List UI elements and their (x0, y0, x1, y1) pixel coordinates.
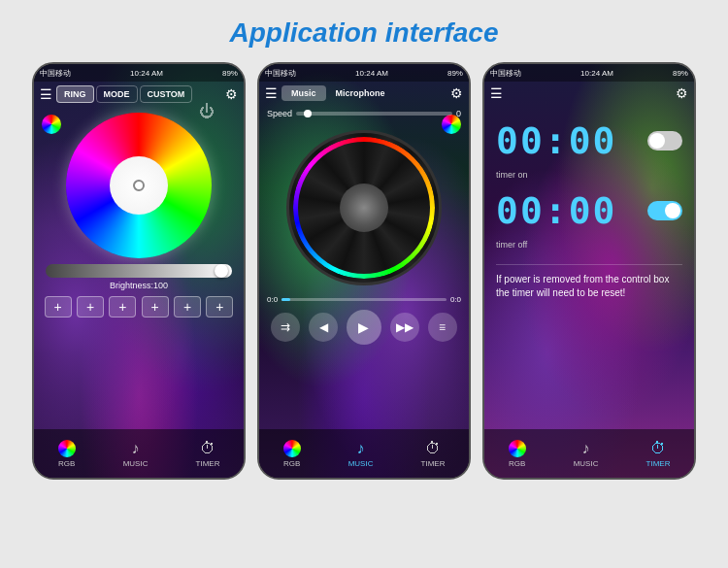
timer-label-2: TIMER (421, 459, 446, 468)
music-tabs: Music Microphone (281, 85, 447, 101)
battery-1: 89% (222, 69, 238, 78)
carrier-3: 中国移动 (490, 68, 521, 79)
color-btn-2[interactable]: + (77, 296, 104, 317)
battery-2: 89% (447, 69, 463, 78)
hamburger-icon-2[interactable]: ☰ (265, 85, 278, 101)
nav-bar-2: ☰ Music Microphone ⚙ (259, 82, 469, 105)
bottom-nav-rgb-3[interactable]: RGB (509, 440, 526, 468)
bottom-nav-music-1[interactable]: ♪ MUSIC (123, 440, 149, 468)
rgb-icon-2 (283, 440, 301, 457)
bottom-nav-rgb-2[interactable]: RGB (283, 440, 301, 468)
tab-custom[interactable]: CUSTOM (140, 85, 193, 103)
tab-ring[interactable]: RING (56, 85, 94, 103)
timer-on-value: 00:00 (496, 119, 616, 162)
bottom-nav-2: RGB ♪ MUSIC ⏱ TIMER (259, 429, 469, 478)
brightness-label: Brightness:100 (46, 281, 232, 290)
bottom-nav-music-3[interactable]: ♪ MUSIC (574, 440, 599, 468)
music-controls: ⇉ ◀ ▶ ▶▶ ≡ (259, 306, 469, 349)
color-btn-1[interactable]: + (45, 296, 72, 317)
music-icon-1: ♪ (132, 440, 140, 457)
gear-icon-3[interactable]: ⚙ (676, 85, 688, 101)
hamburger-icon-3[interactable]: ☰ (490, 85, 503, 101)
bottom-nav-timer-2[interactable]: ⏱ TIMER (421, 440, 446, 468)
time-3: 10:24 AM (580, 69, 613, 78)
status-bar-3: 中国移动 10:24 AM 89% (484, 64, 694, 82)
tab-microphone[interactable]: Microphone (326, 85, 395, 101)
bottom-nav-1: RGB ♪ MUSIC ⏱ TIMER (34, 429, 244, 478)
vinyl-record (286, 130, 442, 285)
timer-display: 00:00 timer on 00:00 timer off (484, 105, 694, 264)
shuffle-button[interactable]: ⇉ (271, 313, 300, 342)
rgb-label-1: RGB (58, 459, 75, 468)
brightness-section: Brightness:100 (34, 262, 244, 292)
carrier-1: 中国移动 (40, 68, 71, 79)
vinyl-rainbow (293, 137, 435, 279)
rgb-icon-1 (58, 440, 76, 457)
bottom-nav-timer-1[interactable]: ⏱ TIMER (196, 440, 220, 468)
color-btn-3[interactable]: + (109, 296, 136, 317)
timer-off-value: 00:00 (496, 189, 616, 232)
gear-icon-1[interactable]: ⚙ (225, 86, 238, 102)
nav-tabs-1: RING MODE CUSTOM (56, 85, 221, 103)
phone-2: 中国移动 10:24 AM 89% ☰ Music Microphone ⚙ S… (257, 62, 471, 480)
timer-message: If power is removed from the control box… (484, 265, 694, 308)
color-wheel[interactable] (66, 113, 212, 258)
gear-icon-2[interactable]: ⚙ (450, 85, 463, 101)
music-label-2: MUSIC (348, 459, 374, 468)
wheel-dot[interactable] (133, 180, 145, 191)
progress-section: 0:0 0:0 (259, 293, 469, 306)
timer-off-row: 00:00 (496, 189, 682, 232)
speed-thumb (304, 110, 312, 117)
speed-value: 0 (456, 109, 461, 118)
timer-on-label: timer on (496, 170, 682, 180)
tab-music-mode[interactable]: Music (281, 85, 326, 101)
prev-button[interactable]: ◀ (309, 313, 338, 342)
playlist-button[interactable]: ≡ (428, 313, 457, 342)
phones-container: 中国移动 10:24 AM 89% ☰ RING MODE CUSTOM ⚙ ⏻ (0, 62, 728, 480)
tab-mode[interactable]: MODE (96, 85, 138, 103)
timer-on-toggle[interactable] (647, 131, 682, 150)
progress-start: 0:0 (267, 295, 278, 304)
play-button[interactable]: ▶ (347, 310, 381, 345)
vinyl-container (259, 122, 469, 293)
progress-fill (281, 298, 289, 301)
timer-label-1: TIMER (196, 459, 220, 468)
color-buttons: + + + + + + (34, 292, 244, 321)
speed-row: Speed 0 (259, 105, 469, 122)
bottom-nav-3: RGB ♪ MUSIC ⏱ TIMER (484, 429, 694, 478)
music-label-1: MUSIC (123, 459, 149, 468)
timer-label-3: TIMER (646, 459, 671, 468)
nav-bar-3: ☰ ⚙ (484, 82, 694, 105)
slider-thumb (215, 264, 228, 278)
bottom-nav-music-2[interactable]: ♪ MUSIC (348, 440, 374, 468)
rgb-label-3: RGB (509, 459, 525, 468)
phone-1: 中国移动 10:24 AM 89% ☰ RING MODE CUSTOM ⚙ ⏻ (32, 62, 246, 480)
speed-label: Speed (267, 109, 292, 118)
timer-icon-2: ⏱ (425, 440, 441, 457)
carrier-2: 中国移动 (265, 68, 296, 79)
bottom-nav-timer-3[interactable]: ⏱ TIMER (646, 440, 671, 468)
color-btn-5[interactable]: + (174, 296, 201, 317)
status-bar-1: 中国移动 10:24 AM 89% (34, 64, 244, 82)
status-bar-2: 中国移动 10:24 AM 89% (259, 64, 469, 82)
music-label-3: MUSIC (574, 459, 599, 468)
color-wheel-container[interactable] (34, 107, 244, 262)
color-btn-4[interactable]: + (142, 296, 169, 317)
toggle-knob-off (665, 203, 680, 218)
timer-off-toggle[interactable] (647, 201, 682, 220)
phone-3: 中国移动 10:24 AM 89% ☰ ⚙ 00:00 timer on 00:… (482, 62, 696, 480)
progress-end: 0:0 (450, 295, 461, 304)
timer-icon-3: ⏱ (650, 440, 666, 457)
music-icon-3: ♪ (582, 440, 590, 457)
progress-bar[interactable] (281, 298, 447, 301)
color-btn-6[interactable]: + (206, 296, 233, 317)
battery-3: 89% (673, 69, 688, 78)
time-1: 10:24 AM (130, 69, 163, 78)
speed-slider[interactable] (296, 112, 452, 116)
bottom-nav-rgb-1[interactable]: RGB (58, 440, 76, 468)
toggle-knob-on (649, 133, 665, 149)
rgb-icon-3 (509, 440, 526, 457)
hamburger-icon-1[interactable]: ☰ (40, 86, 52, 102)
next-button[interactable]: ▶▶ (390, 313, 419, 342)
brightness-slider[interactable] (46, 264, 232, 278)
